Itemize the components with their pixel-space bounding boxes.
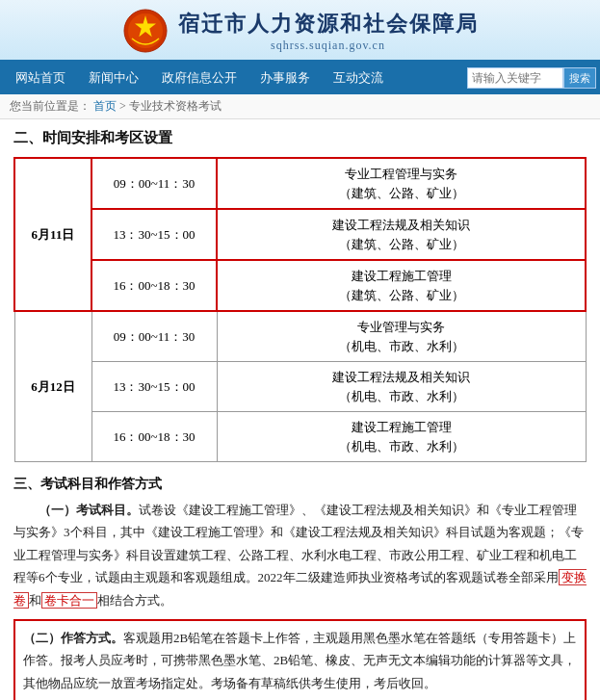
section3-para1: （一）考试科目。试卷设《建设工程施工管理》、《建设工程法规及相关知识》和《专业工… — [13, 499, 587, 611]
june11-time-3: 16：00~18：30 — [91, 260, 217, 311]
breadcrumb-home[interactable]: 首页 — [93, 99, 117, 113]
search-area: 搜索 — [467, 67, 596, 89]
june12-subject-1: 专业管理与实务 （机电、市政、水利） — [217, 311, 586, 362]
june12-time-1: 09：00~11：30 — [91, 311, 217, 362]
exam-schedule-table: 6月11日 09：00~11：30 专业工程管理与实务 （建筑、公路、矿业） 1… — [13, 157, 587, 462]
government-emblem — [122, 8, 169, 54]
nav-gov-info[interactable]: 政府信息公开 — [150, 62, 248, 94]
table-row: 16：00~18：30 建设工程施工管理 （建筑、公路、矿业） — [14, 260, 586, 311]
table-row: 13：30~15：00 建设工程法规及相关知识 （建筑、公路、矿业） — [14, 209, 586, 260]
table-row: 13：30~15：00 建设工程法规及相关知识 （机电、市政、水利） — [14, 362, 586, 412]
june11-time-2: 13：30~15：00 — [91, 209, 217, 260]
june12-subject-3: 建设工程施工管理 （机电、市政、水利） — [217, 412, 586, 462]
section2-title: 二、时间安排和考区设置 — [13, 129, 587, 147]
table-row: 16：00~18：30 建设工程施工管理 （机电、市政、水利） — [14, 412, 586, 462]
june12-time-3: 16：00~18：30 — [91, 412, 217, 462]
main-content: 二、时间安排和考区设置 6月11日 09：00~11：30 专业工程管理与实务 … — [0, 119, 600, 700]
june11-time-1: 09：00~11：30 — [91, 158, 217, 209]
section3-para2-box: （二）作答方式。客观题用2B铅笔在答题卡上作答，主观题用黑色墨水笔在答题纸（专用… — [13, 619, 587, 700]
nav-interaction[interactable]: 互动交流 — [322, 62, 395, 94]
breadcrumb-current: 专业技术资格考试 — [129, 99, 222, 113]
navigation: 网站首页 新闻中心 政府信息公开 办事服务 互动交流 搜索 — [0, 62, 600, 94]
section3-title: 三、考试科目和作答方式 — [13, 476, 587, 493]
table-row: 6月11日 09：00~11：30 专业工程管理与实务 （建筑、公路、矿业） — [14, 158, 586, 209]
june12-subject-2: 建设工程法规及相关知识 （机电、市政、水利） — [217, 362, 586, 412]
june11-subject-2: 建设工程法规及相关知识 （建筑、公路、矿业） — [217, 209, 586, 260]
nav-services[interactable]: 办事服务 — [248, 62, 322, 94]
search-input[interactable] — [467, 67, 563, 89]
search-button[interactable]: 搜索 — [563, 67, 596, 89]
para1-end: 相结合方式。 — [97, 593, 172, 608]
nav-news[interactable]: 新闻中心 — [77, 62, 150, 94]
table-row: 6月12日 09：00~11：30 专业管理与实务 （机电、市政、水利） — [14, 311, 586, 362]
header: 宿迁市人力资源和社会保障局 sqhrss.suqian.gov.cn — [0, 0, 600, 62]
site-subtitle: sqhrss.suqian.gov.cn — [178, 39, 479, 53]
nav-home[interactable]: 网站首页 — [4, 62, 77, 94]
para2-label: （二）作答方式。 — [23, 631, 123, 645]
site-title: 宿迁市人力资源和社会保障局 — [178, 10, 479, 39]
june12-time-2: 13：30~15：00 — [91, 362, 217, 412]
june11-subject-3: 建设工程施工管理 （建筑、公路、矿业） — [217, 260, 586, 311]
para1-label: （一）考试科目。 — [39, 503, 139, 517]
june12-date: 6月12日 — [14, 311, 91, 462]
header-text: 宿迁市人力资源和社会保障局 sqhrss.suqian.gov.cn — [178, 10, 479, 53]
breadcrumb: 您当前位置是： 首页 > 专业技术资格考试 — [0, 94, 600, 119]
breadcrumb-prefix: 您当前位置是： — [10, 99, 91, 113]
june11-subject-1: 专业工程管理与实务 （建筑、公路、矿业） — [217, 158, 586, 209]
inline-box-2: 卷卡合一 — [41, 592, 97, 609]
breadcrumb-separator: > — [119, 99, 129, 113]
june11-date: 6月11日 — [14, 158, 91, 311]
para1-mid: 和 — [29, 593, 41, 608]
